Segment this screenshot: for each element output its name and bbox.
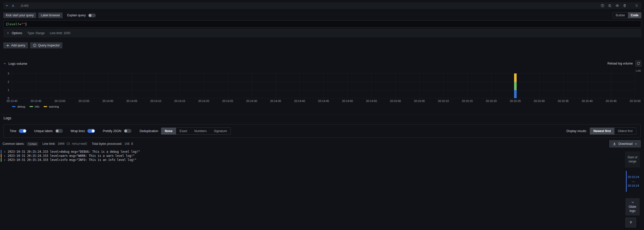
chart-legend: debuginfowarning [12,105,59,108]
expand-chevron-icon[interactable] [3,150,6,153]
logs-volume-plot[interactable] [12,71,635,98]
datasource-name: (Loki) [21,4,29,7]
options-line-limit: Line limit: 1000 [50,31,70,35]
sort-order-options: Newest firstOldest first [590,127,636,135]
query-code-input[interactable]: {level!=""} [3,20,641,28]
log-line-text: 2023-10-31 20:15:24.333 level=warn msg="… [8,154,135,158]
logs-volume-header: Logs volume Reload log volume [3,60,641,67]
common-labels-item: Common labels: linux [3,142,38,146]
toggle-knob [92,130,95,132]
query-operator-token: != [17,22,21,26]
x-tick-label: 20:14:30 [246,99,257,103]
x-gridline [204,71,204,98]
legend-swatch [30,106,33,107]
eye-icon[interactable] [615,4,619,7]
reload-controls: Reload log volume [608,60,641,67]
legend-label: info [35,105,39,108]
toggle-knob [124,130,127,132]
x-gridline [12,71,12,98]
log-row-warn[interactable]: 2023-10-31 20:15:24.333 level=warn msg="… [1,154,624,158]
x-tick-label: 20:14:35 [270,99,281,103]
option-oldest-first[interactable]: Oldest first [614,128,636,134]
query-inspector-button[interactable]: Query inspector [30,42,63,48]
logs-toggles: TimeUnique labelsWrap linesPrettify JSON [10,129,131,133]
refresh-button[interactable] [635,60,641,67]
y-tick-label: 3 [8,72,9,75]
scroll-to-top-button[interactable] [625,218,636,227]
toggle-prettify-json[interactable] [124,129,131,133]
explore-actions: Add query Query inspector [3,42,62,48]
x-tick-label: 20:13:55 [78,99,89,103]
toggle-time[interactable] [19,129,26,133]
chevron-right-icon [7,32,9,34]
expand-chevron-icon[interactable] [3,155,6,157]
option-builder[interactable]: Builder [613,12,628,18]
option-signature[interactable]: Signature [210,128,231,134]
range-from-time: 20:15:24 [628,175,639,178]
plus-icon [6,44,9,47]
x-tick-label: 20:14:50 [342,99,353,103]
x-tick-label: 20:14:55 [366,99,377,103]
x-gridline [467,71,467,98]
kickstart-query-button[interactable]: Kick start your query [3,12,36,18]
x-tick-label: 20:15:00 [390,99,401,103]
option-numbers[interactable]: Numbers [191,128,210,134]
x-tick-label: 20:14:00 [102,99,113,103]
legend-item-debug[interactable]: debug [12,105,25,108]
log-row-debug[interactable]: 2023-10-31 20:15:24.333 level=debug msg=… [1,150,624,154]
query-brace-close: } [25,22,27,26]
options-expander[interactable]: Options [7,31,22,35]
x-tick-label: 20:15:15 [462,99,473,103]
query-label-token: level [8,22,18,26]
help-icon[interactable] [601,4,604,7]
log-line-text: 2023-10-31 20:15:24.333 level=info msg="… [8,158,136,162]
toggle-explain-query[interactable] [88,14,96,17]
download-button[interactable]: Download [609,140,641,147]
drag-handle-icon[interactable] [635,4,638,7]
display-results-control: Display results Newest firstOldest first [567,127,636,135]
log-row-info[interactable]: 2023-10-31 20:15:24.333 level=info msg="… [1,158,624,162]
expand-chevron-icon[interactable] [3,159,6,161]
logs-volume-chart: 0123 20:13:4020:13:4520:13:5020:13:5520:… [0,71,644,111]
option-exact[interactable]: Exact [176,128,191,134]
x-tick-label: 20:15:05 [414,99,425,103]
query-ref-id: A [12,4,14,8]
option-none[interactable]: None [161,128,176,134]
toggle-unique-labels[interactable] [55,129,63,133]
legend-item-warning[interactable]: warning [44,105,59,108]
logs-volume-collapse[interactable]: Logs volume [3,62,27,66]
log-range-page[interactable]: 20:15:24 — 20:15:24 [626,171,640,192]
collapse-chevron-icon[interactable] [5,4,8,7]
option-code[interactable]: Code [628,12,641,18]
y-tick-label: 1 [8,88,9,92]
toggle-label-unique-labels: Unique labels [34,129,53,133]
query-brace-open: { [6,22,8,26]
x-tick-label: 20:14:40 [294,99,305,103]
bar-segment-debug [514,90,517,98]
older-logs-button[interactable]: Older logs [625,198,640,215]
x-tick-label: 20:14:45 [318,99,329,103]
reload-log-volume-button[interactable]: Reload log volume [608,62,633,65]
toggle-knob [23,130,26,132]
legend-item-info[interactable]: info [30,105,39,108]
logs-meta-row: Common labels: linux Line limit: 1000 (3… [3,140,133,148]
info-circle-icon [33,44,36,47]
toggle-wrap-lines[interactable] [87,129,95,133]
label-browser-button[interactable]: Label browser [38,12,62,18]
x-tick-label: 20:15:35 [558,99,569,103]
y-tick-label: 2 [8,80,9,83]
x-tick-label: 20:14:10 [150,99,161,103]
log-line-text: 2023-10-31 20:15:24.333 level=debug msg=… [8,150,140,154]
toggle-item-explain-query: Explain query [67,14,96,17]
x-tick-label: 20:14:15 [174,99,185,103]
deduplication-label: Deduplication [140,129,158,133]
legend-label: debug [17,105,25,108]
add-query-button[interactable]: Add query [3,42,28,48]
query-row-actions [601,4,638,7]
copy-icon[interactable] [608,4,612,7]
trash-icon[interactable] [623,4,626,7]
options-title: Options [12,31,22,35]
x-tick-label: 20:13:45 [31,99,42,103]
range-to-time: 20:15:24 [628,184,639,187]
option-newest-first[interactable]: Newest first [590,128,614,134]
